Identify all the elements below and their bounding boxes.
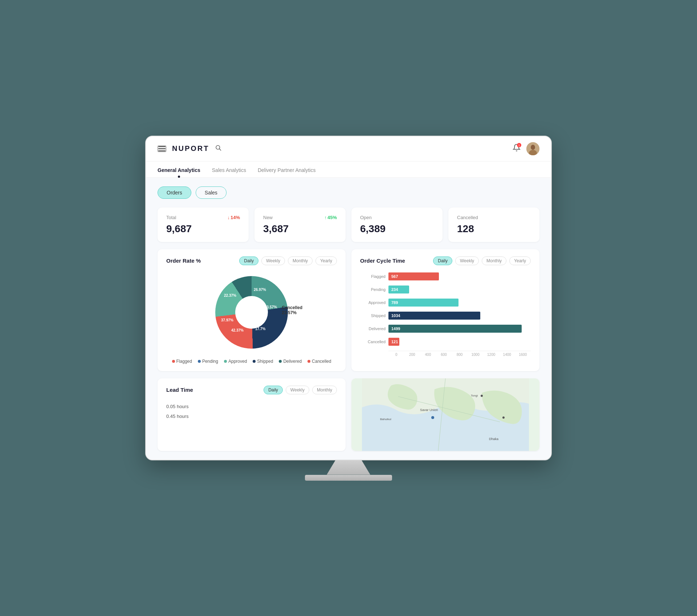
order-cycle-title: Order Cycle Time (360, 258, 405, 264)
stat-label-open: Open (360, 215, 372, 220)
menu-icon[interactable] (158, 145, 166, 152)
bar-axis: 0 200 400 600 800 1000 1200 1400 1600 (388, 351, 531, 357)
view-toggle-group: Orders Sales (158, 186, 539, 199)
bar-fill-cancelled: 121 (388, 338, 399, 346)
lead-time-daily-btn[interactable]: Daily (264, 386, 283, 394)
stat-card-cancelled: Cancelled 128 (448, 208, 539, 242)
lead-time-value-2: 0.45 hours (166, 411, 337, 421)
app-header: NUPORT 1 (146, 136, 551, 161)
axis-600: 600 (436, 353, 452, 357)
order-rate-daily-btn[interactable]: Daily (239, 256, 258, 265)
svg-point-17 (502, 416, 505, 419)
bar-track-shipped: 1034 (388, 312, 531, 320)
axis-1000: 1000 (468, 353, 484, 357)
orders-toggle[interactable]: Orders (158, 186, 191, 199)
legend-dot-approved (224, 360, 227, 363)
map-placeholder: Savar Union Tongi Bahulkul Dhaka (351, 378, 539, 451)
bar-value-shipped: 1034 (391, 313, 400, 318)
donut-legend: Flagged Pending Approved (172, 359, 331, 364)
bar-value-approved: 789 (391, 300, 398, 305)
order-rate-card: Order Rate % Daily Weekly Monthly Yearly (158, 249, 346, 371)
legend-dot-shipped (253, 360, 256, 363)
tab-general-analytics[interactable]: General Analytics (158, 161, 200, 177)
stat-card-open: Open 6,389 (351, 208, 443, 242)
stat-label-new: New (263, 215, 273, 220)
order-cycle-card: Order Cycle Time Daily Weekly Monthly Ye… (351, 249, 539, 371)
order-cycle-daily-btn[interactable]: Daily (433, 256, 452, 265)
bar-label-pending: Pending (364, 287, 386, 292)
stat-value-open: 6,389 (360, 223, 434, 235)
legend-dot-cancelled (307, 360, 310, 363)
axis-1200: 1200 (483, 353, 499, 357)
bar-track-cancelled: 121 (388, 338, 531, 346)
order-rate-yearly-btn[interactable]: Yearly (315, 256, 337, 265)
lead-time-filters: Daily Weekly Monthly (264, 386, 337, 394)
notifications-button[interactable]: 1 (513, 144, 521, 153)
order-rate-monthly-btn[interactable]: Monthly (288, 256, 313, 265)
map-card: Savar Union Tongi Bahulkul Dhaka (351, 378, 539, 451)
axis-400: 400 (420, 353, 436, 357)
header-left: NUPORT (158, 144, 221, 153)
header-right: 1 (513, 142, 539, 155)
svg-text:Dhaka: Dhaka (489, 437, 498, 441)
bar-label-shipped: Shipped (364, 313, 386, 318)
order-cycle-monthly-btn[interactable]: Monthly (482, 256, 506, 265)
svg-text:Tongi: Tongi (471, 394, 478, 397)
bottom-row: Lead Time Daily Weekly Monthly 0.05 hour… (158, 378, 539, 451)
stat-card-new: New ↑ 45% 3,687 (254, 208, 346, 242)
stat-value-new: 3,687 (263, 223, 337, 235)
lead-time-monthly-btn[interactable]: Monthly (312, 386, 337, 394)
donut-tooltip: Cancelled 23.57% (282, 305, 302, 315)
segment-label-cancelled: 23.57% (265, 305, 277, 309)
segment-label-pending: 26.97% (254, 288, 266, 292)
svg-point-15 (431, 416, 434, 419)
bar-row-approved: Approved 789 (364, 299, 531, 307)
notification-badge: 1 (517, 143, 521, 147)
axis-800: 800 (452, 353, 468, 357)
bar-fill-shipped: 1034 (388, 312, 480, 320)
search-button[interactable] (215, 144, 221, 153)
segment-label-approved: 17.7% (255, 327, 265, 331)
avatar[interactable] (526, 142, 539, 155)
arrow-down-icon: ↓ (227, 215, 230, 220)
segment-label-flagged: 22.37% (224, 293, 236, 297)
bar-track-approved: 789 (388, 299, 531, 307)
donut-chart: 22.37% 26.97% 23.57% 17.7% 42.37% 37.97%… (215, 276, 288, 349)
svg-point-3 (531, 145, 535, 150)
main-content: Orders Sales Total ↓ 14% 9,687 (146, 178, 551, 460)
tab-sales-analytics[interactable]: Sales Analytics (212, 161, 246, 177)
axis-200: 200 (404, 353, 420, 357)
axis-1600: 1600 (515, 353, 531, 357)
legend-dot-flagged (172, 360, 175, 363)
segment-label-shipped: 37.97% (221, 318, 233, 322)
bar-label-cancelled: Cancelled (364, 340, 386, 344)
lead-time-title: Lead Time (166, 387, 193, 393)
bar-track-flagged: 567 (388, 272, 531, 280)
bar-label-delivered: Delivered (364, 327, 386, 331)
bar-row-pending: Pending 234 (364, 286, 531, 293)
bar-track-delivered: 1499 (388, 325, 531, 333)
axis-1400: 1400 (499, 353, 515, 357)
lead-time-value-1: 0.05 hours (166, 402, 337, 411)
monitor-stand (327, 460, 370, 475)
stat-label-cancelled: Cancelled (457, 215, 478, 220)
order-cycle-weekly-btn[interactable]: Weekly (455, 256, 479, 265)
bar-row-shipped: Shipped 1034 (364, 312, 531, 320)
bar-row-flagged: Flagged 567 (364, 272, 531, 280)
order-rate-filters: Daily Weekly Monthly Yearly (239, 256, 337, 265)
legend-shipped: Shipped (253, 359, 273, 364)
order-rate-weekly-btn[interactable]: Weekly (261, 256, 285, 265)
lead-time-weekly-btn[interactable]: Weekly (286, 386, 309, 394)
nav-tabs: General Analytics Sales Analytics Delive… (146, 161, 551, 178)
legend-approved: Approved (224, 359, 247, 364)
sales-toggle[interactable]: Sales (196, 186, 227, 199)
svg-text:Savar Union: Savar Union (420, 408, 438, 412)
svg-point-16 (481, 395, 483, 397)
monitor-base (305, 475, 392, 481)
stats-row: Total ↓ 14% 9,687 New ↑ 45% (158, 208, 539, 242)
order-cycle-yearly-btn[interactable]: Yearly (509, 256, 531, 265)
bar-chart: Flagged 567 Pending (360, 272, 531, 357)
tab-delivery-partner-analytics[interactable]: Delivery Partner Analytics (258, 161, 316, 177)
stat-value-cancelled: 128 (457, 223, 531, 235)
stat-label-total: Total (166, 215, 176, 220)
